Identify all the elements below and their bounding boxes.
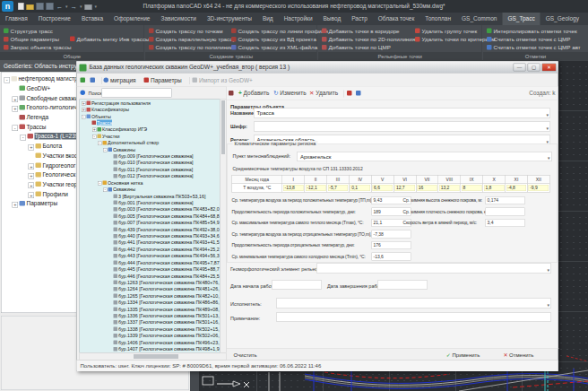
ribbon-button[interactable]: Структура трасс [4, 27, 72, 35]
name-combo[interactable]: Трасса▾ [254, 109, 550, 118]
ribbon-tab[interactable]: GS_Трасс [502, 13, 540, 25]
tree-item[interactable]: бур.444 [Геологическая скважина ПК495+7,… [80, 259, 220, 265]
tree-item[interactable]: бур.011 [Геологическая скважина] [80, 166, 220, 172]
tree-item[interactable]: бур.443 [Геологическая скважина ПК494+56… [80, 253, 220, 259]
ribbon-button[interactable]: Создать трассу по линии профиля [231, 27, 328, 35]
tree-item[interactable]: бур.1335 [Геологическая скважина ПК489+0… [80, 306, 220, 312]
tree-item[interactable]: +Классификатор ИГЭ [80, 126, 220, 133]
ribbon-button[interactable]: Создать трассу по точкам [149, 27, 235, 35]
redo-dropdown-icon[interactable]: ▾ [80, 3, 82, 10]
delete-button[interactable]: ✕ Удалить [309, 87, 338, 100]
date-end-input[interactable] [377, 281, 428, 290]
tree-item[interactable]: бур.441 [Геологическая скважина ПК493+41… [80, 239, 220, 246]
ribbon-button[interactable]: Считать отметки точек с ЦМР [487, 35, 581, 43]
temp-cell[interactable]: 8 [462, 185, 481, 191]
date-start-input[interactable] [272, 281, 322, 290]
ribbon-button[interactable]: Создать параллельную трассу [149, 35, 235, 43]
tree-item[interactable]: бур.010 [Геологическая скважина] [80, 160, 220, 166]
clear-button[interactable]: Очистить [234, 349, 257, 361]
ribbon-tab[interactable]: Растр [346, 13, 373, 25]
tree-horizontal-scrollbar[interactable] [80, 353, 227, 361]
parameters-button[interactable]: Параметры [144, 74, 182, 87]
tree-item[interactable]: -Участки [80, 133, 220, 139]
temp-cell[interactable]: -12,1 [306, 185, 325, 191]
expand-icon[interactable]: + [92, 128, 97, 133]
ribbon-tab[interactable]: Зависимости [155, 13, 201, 25]
note-input[interactable] [276, 313, 551, 322]
filter-icon[interactable] [229, 87, 236, 100]
expand-icon[interactable]: - [103, 187, 108, 192]
ribbon-button[interactable]: Запрос объекта трассы [4, 44, 72, 52]
temp-cell[interactable]: 0,1 [350, 185, 370, 191]
tree-item[interactable]: -Скважины [80, 146, 220, 152]
code-combo[interactable]: ▾ [254, 122, 550, 132]
expand-icon[interactable]: - [82, 115, 86, 119]
link-icon[interactable] [356, 87, 363, 100]
tree-item[interactable]: бур.007 [Геологическая скважина ПК485+54… [80, 219, 220, 225]
param-input[interactable]: 0,174 [486, 196, 525, 204]
expand-icon[interactable]: + [13, 96, 19, 102]
param-input[interactable]: 3,4 [486, 219, 525, 227]
param-input[interactable]: 176 [372, 241, 411, 249]
tree-item[interactable]: бур.446 [Геологическая скважина ПК484+25… [80, 273, 220, 279]
ribbon-tab[interactable]: GS_Geology [540, 13, 584, 25]
tree-item[interactable]: бур.005 [Геологическая скважина ПК484+68… [80, 213, 220, 219]
tree-tool-icon[interactable] [81, 74, 88, 87]
expand-icon[interactable]: + [82, 108, 86, 112]
tree-item[interactable]: 3 [Виртуальная скважина ПК503+53,16] [80, 193, 220, 199]
save-as-icon[interactable] [47, 3, 54, 10]
tree-item[interactable]: бур.012 [Геологическая скважина] [80, 173, 220, 179]
minimize-button[interactable]: — [514, 64, 526, 72]
temp-cell[interactable]: 12,7 [394, 185, 414, 191]
ribbon-button[interactable]: Интерполировать отметки точек [487, 27, 581, 35]
ribbon-tab[interactable]: Вид [257, 13, 279, 25]
tree-item[interactable]: бур.1264 [Геологическая скважина ПК481+2… [80, 286, 220, 292]
ribbon-button[interactable]: Добавить точки по 2D-полилиниям [322, 35, 419, 43]
tree-item[interactable]: бур.442 [Геологическая скважина ПК494+25… [80, 246, 220, 252]
ribbon-button[interactable]: Считать отметки точек с ЦМР авт [487, 44, 581, 52]
executor-combo[interactable]: ▾ [276, 299, 551, 308]
undo-icon[interactable]: ← [56, 3, 64, 10]
tree-item[interactable]: бур.1265 [Геологическая скважина ПК482+1… [80, 292, 220, 299]
edit-button[interactable]: ↻ Изменить [273, 87, 307, 100]
add-button[interactable]: + Добавить [238, 87, 269, 100]
ribbon-tab[interactable]: Облака точек [373, 13, 420, 25]
expand-icon[interactable]: - [103, 148, 108, 152]
temp-cell[interactable]: 1,8 [484, 185, 504, 191]
apply-button[interactable]: ✓ Применить [446, 349, 480, 361]
tree-item[interactable]: -Объекты [80, 113, 220, 119]
redo-icon[interactable]: → [71, 3, 78, 10]
migration-button[interactable]: миграция [104, 74, 136, 87]
tree-item[interactable]: бур.1337 [Геологическая скважина ПК501+1… [80, 319, 220, 326]
station-combo[interactable]: Архангельск▾ [298, 152, 552, 161]
qat-dropdown-icon[interactable]: ▾ [95, 3, 98, 10]
tree-item[interactable]: бур.439 [Геологическая скважина ПК492+38… [80, 226, 220, 232]
maximize-button[interactable]: ▢ [528, 64, 540, 72]
param-input[interactable] [486, 208, 525, 216]
temp-cell[interactable]: -5,7 [328, 185, 348, 191]
open-file-icon[interactable] [27, 4, 34, 10]
undo-dropdown-icon[interactable]: ▾ [65, 3, 68, 10]
tree-item[interactable]: -Скважины [80, 186, 220, 192]
tree-item[interactable]: бур.009 [Геологическая скважина] [80, 152, 220, 159]
tree-item[interactable]: -Дополнительный створ [80, 139, 220, 145]
ribbon-tab[interactable]: GS_Common [456, 13, 502, 25]
tree-item[interactable]: бур.001 [Геологическая скважина] [80, 199, 220, 205]
tree-item[interactable]: бур.1338 [Геологическая скважина ПК502+1… [80, 326, 220, 332]
expand-icon[interactable]: + [13, 202, 19, 208]
expand-icon[interactable]: + [29, 183, 35, 189]
param-input[interactable]: -13,6 [372, 253, 411, 261]
new-file-icon[interactable] [18, 3, 24, 10]
ribbon-tab[interactable]: Настройки [279, 13, 318, 25]
expand-icon[interactable]: - [13, 125, 19, 131]
tree-item[interactable]: +Регистрация пользователя [80, 100, 220, 106]
tree-item[interactable]: бур.1339 [Геологическая скважина ПК502+0… [80, 332, 220, 338]
tree-item[interactable]: +Классификаторы [80, 106, 220, 112]
ribbon-tab[interactable]: Оформление [108, 13, 155, 25]
expand-icon[interactable]: + [29, 173, 35, 179]
temp-cell[interactable]: -9,9 [529, 185, 549, 191]
ribbon-button[interactable]: Добавить точки в коридоре [322, 27, 419, 35]
expand-icon[interactable]: - [98, 181, 102, 186]
import-geodw-button[interactable]: Импорт из GeoDW+ [193, 74, 253, 87]
ribbon-button[interactable]: Создать трассу по полилинии [149, 44, 235, 52]
